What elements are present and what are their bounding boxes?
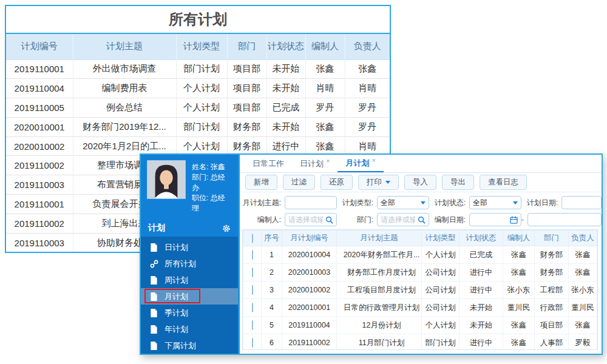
cell-department: 项目部 <box>227 59 266 79</box>
cell-owner-link[interactable]: 张鑫 <box>569 246 597 264</box>
cell-creator-link[interactable]: 张鑫 <box>503 246 535 264</box>
column-header: 部门 <box>535 231 569 246</box>
subject-filter-input[interactable] <box>285 196 337 209</box>
gear-icon[interactable] <box>222 224 231 232</box>
row-checkbox[interactable] <box>252 285 253 295</box>
sidebar-menu-item[interactable]: 日计划 <box>141 239 238 255</box>
cell-department: 工程部 <box>535 281 569 299</box>
cell-plan-subject-link[interactable]: 工程项目部月度计划 <box>337 281 422 299</box>
cell-creator: 罗丹 <box>305 98 345 118</box>
cell-plan-status: 未开始 <box>459 299 503 317</box>
sidebar-menu-item[interactable]: 月计划 <box>141 288 238 305</box>
status-filter-select[interactable]: 全部 <box>469 196 521 209</box>
status-select-value: 全部 <box>473 198 510 208</box>
toolbar-button[interactable]: 过滤 <box>283 175 315 190</box>
created-date-end-input[interactable] <box>527 213 602 226</box>
cell-plan-id-link[interactable]: 2020010004 <box>282 246 337 264</box>
created-date-input[interactable] <box>469 213 521 226</box>
cell-creator-link[interactable]: 张小东 <box>503 281 535 299</box>
sidebar-menu-item-label: 日计划 <box>164 242 188 253</box>
row-checkbox[interactable] <box>252 338 253 348</box>
toolbar-button[interactable]: 导出 <box>442 175 474 190</box>
subject-input[interactable] <box>288 198 333 207</box>
column-header: 负责人 <box>569 231 597 246</box>
cell-plan-subject-link[interactable]: 11月部门计划 <box>337 334 422 351</box>
toolbar-button[interactable]: 打印 <box>358 175 399 190</box>
cell-plan-status: 未开始 <box>266 117 305 136</box>
cell-plan-id-link[interactable]: 2020010001 <box>282 299 337 317</box>
plan-date-input[interactable] <box>561 196 602 209</box>
filter-row-2: 编制人: 部门: 编制日期: - <box>242 213 602 226</box>
cell-checkbox <box>243 299 262 317</box>
cell-plan-subject-link[interactable]: 日常的行政管理月计划 <box>337 299 422 317</box>
cell-owner-link[interactable]: 张小东 <box>569 281 597 299</box>
column-header: 计划主题 <box>73 34 176 59</box>
cell-checkbox <box>243 281 262 299</box>
toolbar-button-label: 打印 <box>367 177 382 187</box>
toolbar-button[interactable]: 还原 <box>320 175 353 190</box>
cell-creator-link[interactable]: 张鑫 <box>503 264 535 281</box>
monthly-plan-window: 姓名: 张鑫 部门: 总经办 职位: 总经理 计划 日计划 <box>140 153 603 355</box>
row-checkbox[interactable] <box>252 250 253 260</box>
select-all-checkbox[interactable] <box>252 234 253 243</box>
cell-plan-status: 进行中 <box>459 334 503 351</box>
cell-seq: 5 <box>262 317 282 334</box>
dept-input[interactable] <box>381 215 415 224</box>
cell-plan-type: 个人计划 <box>422 317 459 334</box>
cell-plan-subject-link[interactable]: 2020年财务部工作月... <box>337 246 422 264</box>
row-checkbox[interactable] <box>252 268 253 277</box>
dept-filter-input[interactable] <box>377 213 429 226</box>
sidebar-menu: 日计划 所有计划 周计划 月计划 季计划 <box>141 237 238 354</box>
created-date-field[interactable] <box>473 215 507 224</box>
toolbar-button[interactable]: 新增 <box>245 175 277 190</box>
table-row: 2019110001 外出做市场调查 部门计划 项目部 未开始 张鑫 张鑫 <box>6 59 390 79</box>
cell-plan-id-link[interactable]: 2020010002 <box>282 281 337 299</box>
cell-plan-id: 2019110001 <box>6 195 73 214</box>
type-filter-select[interactable]: 全部 <box>377 196 429 209</box>
cell-creator-link[interactable]: 张鑫 <box>503 317 535 334</box>
cell-plan-subject: 编制费用表 <box>73 79 176 98</box>
cell-owner-link[interactable]: 张鑫 <box>569 264 597 281</box>
cell-owner-link[interactable]: 董川民 <box>569 299 597 317</box>
cell-seq: 2 <box>262 264 282 281</box>
cell-plan-subject-link[interactable]: 财务部工作月度计划 <box>337 264 422 281</box>
sidebar-menu-item[interactable]: 季计划 <box>141 305 238 321</box>
cell-plan-subject-link[interactable]: 12月份计划 <box>337 317 422 334</box>
cell-creator-link[interactable]: 张鑫 <box>503 334 535 351</box>
cell-plan-id-link[interactable]: 2019110002 <box>282 334 337 351</box>
sidebar-menu-item-label: 月计划 <box>164 291 188 302</box>
cell-owner-link[interactable]: 罗毅 <box>569 334 597 351</box>
cell-department: 财务部 <box>535 264 569 281</box>
search-icon[interactable] <box>418 216 426 224</box>
calendar-icon[interactable] <box>510 216 518 224</box>
toolbar-button[interactable]: 查看日志 <box>480 175 527 190</box>
cell-plan-id-link[interactable]: 2020010003 <box>282 264 337 281</box>
plan-date-field[interactable] <box>565 198 598 207</box>
sidebar-menu-item[interactable]: 下属计划 <box>141 337 238 354</box>
tab[interactable]: 月计划 × <box>337 155 383 172</box>
close-icon[interactable]: × <box>326 157 330 164</box>
toolbar-button[interactable]: 导入 <box>404 175 436 190</box>
sidebar-menu-item[interactable]: 周计划 <box>141 272 238 288</box>
tab[interactable]: 日常工作 <box>245 155 292 172</box>
sidebar-menu-item[interactable]: 年计划 <box>141 321 238 337</box>
created-date-end-field[interactable] <box>531 215 598 224</box>
file-icon <box>150 276 158 285</box>
row-checkbox[interactable] <box>252 303 253 312</box>
cell-plan-id-link[interactable]: 2019110004 <box>282 317 337 334</box>
cell-owner-link[interactable]: 张鑫 <box>569 317 597 334</box>
cell-creator-link[interactable]: 董川民 <box>503 299 535 317</box>
close-icon[interactable]: × <box>371 157 375 164</box>
creator-filter-input[interactable] <box>285 213 337 226</box>
range-separator: - <box>521 215 524 224</box>
search-icon[interactable] <box>325 216 333 224</box>
tab-label: 日常工作 <box>253 158 284 169</box>
cell-creator: 张鑫 <box>305 117 345 136</box>
tab-label: 日计划 <box>300 158 324 169</box>
tab[interactable]: 日计划 × <box>292 155 337 172</box>
cell-plan-type: 个人计划 <box>176 98 227 118</box>
sidebar-menu-item[interactable]: 所有计划 <box>141 255 238 272</box>
row-checkbox[interactable] <box>252 320 253 330</box>
creator-input[interactable] <box>288 215 323 224</box>
cell-owner: 罗丹 <box>345 117 390 136</box>
